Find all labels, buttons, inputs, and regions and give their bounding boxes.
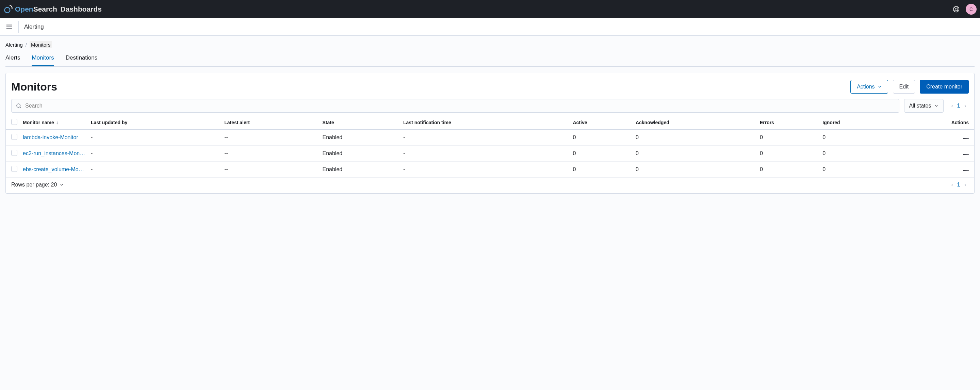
row-checkbox[interactable] bbox=[11, 134, 18, 140]
avatar[interactable]: C bbox=[966, 4, 977, 14]
actions-button[interactable]: Actions bbox=[850, 80, 888, 94]
col-updated-by[interactable]: Last updated by bbox=[88, 115, 221, 130]
app-title: Alerting bbox=[24, 24, 44, 30]
cell-last-notif: - bbox=[401, 162, 570, 178]
edit-button[interactable]: Edit bbox=[893, 80, 915, 94]
svg-line-4 bbox=[957, 7, 958, 8]
brand-dashboards: Dashboards bbox=[60, 5, 102, 13]
table-row: ec2-run_instances-Monitor - -- Enabled -… bbox=[6, 146, 974, 162]
bottom-pager: ‹ 1 › bbox=[948, 182, 969, 188]
col-state[interactable]: State bbox=[320, 115, 401, 130]
rows-per-page-label: Rows per page: 20 bbox=[11, 182, 57, 188]
divider bbox=[18, 21, 19, 33]
monitors-table: Monitor name↓ Last updated by Latest ale… bbox=[6, 115, 974, 178]
svg-line-6 bbox=[957, 10, 958, 11]
chevron-down-icon bbox=[60, 183, 64, 187]
tab-destinations[interactable]: Destinations bbox=[66, 51, 98, 66]
top-bar: OpenSearch Dashboards C bbox=[0, 0, 980, 18]
sub-bar: Alerting bbox=[0, 18, 980, 36]
table-row: ebs-create_volume-Monitor - -- Enabled -… bbox=[6, 162, 974, 178]
col-name[interactable]: Monitor name↓ bbox=[20, 115, 88, 130]
top-right: C bbox=[953, 4, 977, 14]
pager-next[interactable]: › bbox=[964, 103, 966, 109]
col-actions: Actions bbox=[892, 115, 974, 130]
cell-actions bbox=[892, 162, 974, 178]
col-active[interactable]: Active bbox=[570, 115, 633, 130]
cell-updated-by: - bbox=[88, 162, 221, 178]
col-checkbox bbox=[6, 115, 20, 130]
cell-actions bbox=[892, 146, 974, 162]
svg-line-3 bbox=[954, 7, 955, 8]
brand[interactable]: OpenSearch Dashboards bbox=[3, 5, 102, 14]
cell-active: 0 bbox=[570, 162, 633, 178]
pager-page[interactable]: 1 bbox=[957, 103, 960, 109]
pager-page[interactable]: 1 bbox=[957, 182, 960, 188]
row-checkbox[interactable] bbox=[11, 150, 18, 156]
cell-last-notif: - bbox=[401, 146, 570, 162]
controls-row: All states ‹ 1 › bbox=[6, 99, 974, 115]
cell-ack: 0 bbox=[633, 162, 757, 178]
col-ignored[interactable]: Ignored bbox=[820, 115, 892, 130]
brand-open: Open bbox=[15, 5, 33, 13]
cell-latest-alert: -- bbox=[221, 162, 320, 178]
cell-updated-by: - bbox=[88, 146, 221, 162]
breadcrumb-sep: / bbox=[25, 42, 27, 48]
monitor-name-link[interactable]: ec2-run_instances-Monitor bbox=[20, 146, 88, 162]
opensearch-logo-icon bbox=[3, 5, 13, 14]
cell-last-notif: - bbox=[401, 130, 570, 146]
cell-actions bbox=[892, 130, 974, 146]
actions-button-label: Actions bbox=[857, 84, 875, 90]
panel-actions: Actions Edit Create monitor bbox=[850, 80, 969, 94]
brand-search: Search bbox=[33, 5, 57, 13]
state-filter[interactable]: All states bbox=[904, 99, 944, 113]
monitor-name-link[interactable]: lambda-invoke-Monitor bbox=[20, 130, 88, 146]
page-area: Alerting / Monitors Alerts Monitors Dest… bbox=[0, 36, 980, 199]
cell-ignored: 0 bbox=[820, 146, 892, 162]
breadcrumb-current[interactable]: Monitors bbox=[30, 41, 52, 48]
monitors-panel: Monitors Actions Edit Create monitor bbox=[5, 73, 975, 194]
panel-title: Monitors bbox=[11, 81, 57, 93]
cell-active: 0 bbox=[570, 130, 633, 146]
row-actions-icon[interactable] bbox=[963, 170, 969, 171]
help-icon[interactable] bbox=[953, 6, 959, 13]
pager-prev[interactable]: ‹ bbox=[951, 103, 953, 109]
svg-line-5 bbox=[954, 10, 955, 11]
search-icon bbox=[16, 103, 22, 109]
breadcrumb: Alerting / Monitors bbox=[5, 41, 975, 48]
select-all-checkbox[interactable] bbox=[11, 119, 18, 125]
tab-monitors[interactable]: Monitors bbox=[32, 51, 54, 66]
monitor-name-link[interactable]: ebs-create_volume-Monitor bbox=[20, 162, 88, 178]
cell-state: Enabled bbox=[320, 146, 401, 162]
menu-icon[interactable] bbox=[5, 23, 13, 30]
col-errors[interactable]: Errors bbox=[757, 115, 820, 130]
cell-latest-alert: -- bbox=[221, 146, 320, 162]
cell-ack: 0 bbox=[633, 146, 757, 162]
breadcrumb-root[interactable]: Alerting bbox=[5, 42, 23, 48]
search-field[interactable] bbox=[11, 99, 899, 113]
svg-point-10 bbox=[17, 104, 21, 108]
pager-next[interactable]: › bbox=[964, 182, 966, 188]
cell-state: Enabled bbox=[320, 162, 401, 178]
cell-errors: 0 bbox=[757, 146, 820, 162]
top-pager: ‹ 1 › bbox=[948, 103, 969, 109]
create-button-label: Create monitor bbox=[926, 84, 962, 90]
sort-down-icon: ↓ bbox=[56, 120, 59, 125]
row-actions-icon[interactable] bbox=[963, 138, 969, 139]
table-footer: Rows per page: 20 ‹ 1 › bbox=[6, 178, 974, 188]
row-checkbox[interactable] bbox=[11, 166, 18, 172]
col-ack[interactable]: Acknowledged bbox=[633, 115, 757, 130]
rows-per-page[interactable]: Rows per page: 20 bbox=[11, 182, 64, 188]
chevron-down-icon bbox=[934, 104, 939, 108]
table-row: lambda-invoke-Monitor - -- Enabled - 0 0… bbox=[6, 130, 974, 146]
search-input[interactable] bbox=[25, 103, 895, 109]
cell-latest-alert: -- bbox=[221, 130, 320, 146]
chevron-down-icon bbox=[878, 85, 882, 89]
col-last-notif[interactable]: Last notification time bbox=[401, 115, 570, 130]
row-actions-icon[interactable] bbox=[963, 154, 969, 155]
pager-prev[interactable]: ‹ bbox=[951, 182, 953, 188]
col-latest-alert[interactable]: Latest alert bbox=[221, 115, 320, 130]
panel-header: Monitors Actions Edit Create monitor bbox=[6, 79, 974, 99]
cell-ignored: 0 bbox=[820, 130, 892, 146]
tab-alerts[interactable]: Alerts bbox=[5, 51, 20, 66]
create-monitor-button[interactable]: Create monitor bbox=[920, 80, 969, 94]
